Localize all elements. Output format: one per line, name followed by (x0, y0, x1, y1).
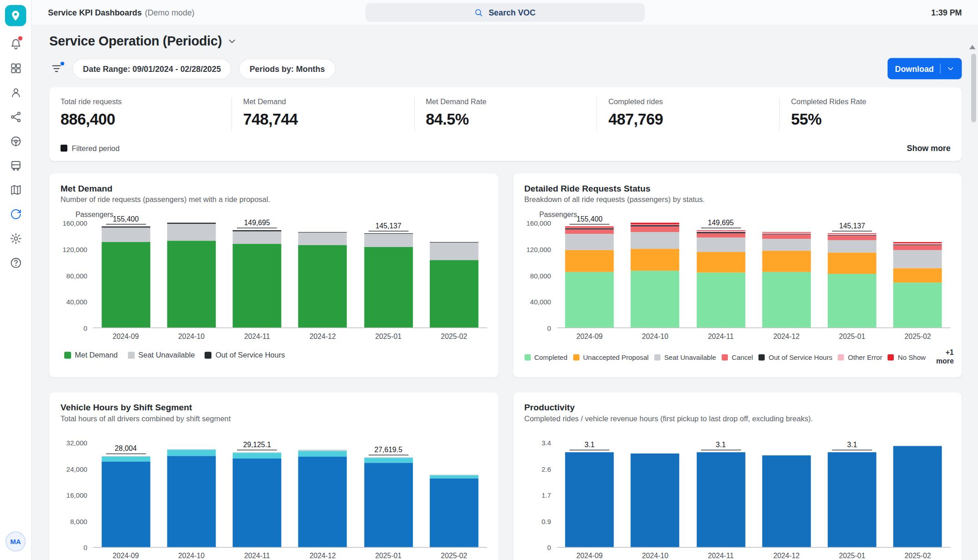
bar (565, 452, 614, 547)
main-area: Service KPI Dashboards (Demo mode) Searc… (32, 0, 978, 560)
bar-segment (298, 457, 347, 547)
bar-slot: 28,004 (93, 443, 158, 547)
dashboards-icon[interactable] (8, 61, 23, 76)
x-axis-labels: 2024-092024-102024-112024-122025-012025-… (524, 552, 950, 560)
legend-label: No Show (898, 353, 926, 361)
bar-segment (893, 283, 942, 328)
legend-more[interactable]: +1 more (931, 349, 953, 366)
page-title: Service Operation (Periodic) (49, 34, 222, 49)
bar-segment (762, 455, 811, 547)
bar-segment (101, 457, 150, 462)
chart-title: Met Demand (60, 183, 487, 193)
bar-slot (754, 223, 819, 328)
sync-icon[interactable] (8, 207, 23, 222)
chart-card-vehicle-hours: Vehicle Hours by Shift Segment Total hou… (49, 392, 498, 560)
kpi-label: Met Demand (243, 97, 403, 106)
legend-label: Out of Service Hours (769, 353, 832, 361)
bar (167, 449, 216, 547)
y-tick-label: 0 (547, 544, 551, 551)
legend-label: Unaccepted Proposal (583, 353, 649, 361)
bar-segment (762, 239, 811, 251)
y-tick-label: 0 (84, 544, 87, 551)
kpi-value: 55% (791, 111, 951, 129)
bar-segment (828, 274, 877, 327)
app-window: MA Service KPI Dashboards (Demo mode) Se… (0, 0, 978, 560)
bar-segment (565, 250, 614, 272)
plot-area: 155,400149,695145,137 (93, 223, 487, 328)
bar-segment (167, 224, 216, 240)
bar-segment (233, 231, 282, 244)
y-axis-ticks: 160,000120,00080,00040,0000 (60, 223, 93, 328)
bar-slot: 149,695 (224, 223, 290, 328)
bar-segment (167, 456, 216, 547)
search-input[interactable]: Search VOC (365, 3, 645, 22)
bar-segment (762, 272, 811, 328)
settings-icon[interactable] (8, 231, 23, 246)
x-tick-label: 2024-10 (622, 333, 688, 340)
bar-slot (421, 443, 487, 547)
bar-segment (893, 246, 942, 250)
x-tick-label: 2025-01 (819, 333, 885, 340)
bar-segment (631, 249, 680, 271)
bar-segment (565, 452, 614, 547)
user-avatar[interactable]: MA (5, 531, 25, 551)
help-icon[interactable] (8, 255, 23, 270)
bar (430, 474, 479, 547)
bar-segment (298, 451, 347, 457)
page-content: Service Operation (Periodic) Date Range:… (32, 25, 978, 560)
map-icon[interactable] (8, 182, 23, 197)
vehicles-icon[interactable] (8, 158, 23, 173)
bar-segment (167, 450, 216, 456)
show-more-button[interactable]: Show more (907, 143, 951, 153)
integrations-icon[interactable] (8, 109, 23, 124)
bar-segment (631, 271, 680, 328)
scrollbar-up-arrow[interactable] (969, 45, 976, 50)
scrollbar-thumb[interactable] (971, 54, 976, 122)
legend-label: Other Error (848, 353, 882, 361)
kpi-completed-rides: Completed rides 487,769 (596, 97, 779, 131)
y-tick-label: 120,000 (526, 246, 551, 253)
date-range-filter[interactable]: Date Range: 09/01/2024 - 02/28/2025 (73, 59, 231, 79)
notifications-icon[interactable] (8, 36, 23, 51)
bar-slot (622, 443, 688, 547)
x-tick-label: 2025-01 (356, 333, 421, 340)
bar-segment (364, 458, 413, 463)
kpi-value: 748,744 (243, 111, 403, 129)
bar-segment (364, 247, 413, 327)
bar (828, 452, 877, 547)
x-axis-labels: 2024-092024-102024-112024-122025-012025-… (524, 333, 950, 340)
plot-row: 3.42.61.70.903.13.13.1 (524, 443, 950, 548)
bar-segment (430, 243, 479, 261)
filters-icon[interactable] (49, 61, 64, 76)
bar-slot: 155,400 (93, 223, 158, 328)
bar-slot: 149,695 (688, 223, 753, 328)
bar-segment (696, 273, 745, 328)
bar (298, 450, 347, 547)
x-tick-label: 2024-10 (159, 552, 224, 560)
download-button[interactable]: Download (887, 58, 962, 80)
y-tick-label: 24,000 (66, 465, 87, 473)
legend-swatch (573, 354, 580, 361)
bar-value-label: 145,137 (368, 222, 408, 231)
bar (565, 226, 614, 327)
periods-filter[interactable]: Periods by: Months (240, 59, 335, 79)
bar-segment (233, 453, 282, 459)
bar-value-label: 28,004 (106, 444, 146, 454)
bar (893, 446, 942, 547)
x-tick-label: 2025-02 (421, 333, 487, 340)
kpi-label: Completed Rides Rate (791, 97, 951, 106)
legend-item: Seat Unavailable (654, 353, 716, 361)
chart-card-met-demand: Met Demand Number of ride requests (pass… (49, 173, 498, 377)
clock: 1:39 PM (931, 8, 962, 17)
page-title-dropdown[interactable]: Service Operation (Periodic) (49, 34, 236, 49)
riders-icon[interactable] (8, 85, 23, 100)
kpi-value: 84.5% (426, 111, 585, 129)
bar-slot (421, 223, 487, 328)
bar-segment (565, 229, 614, 234)
bar (233, 452, 282, 547)
filter-active-dot (60, 62, 64, 66)
x-tick-label: 2024-11 (224, 552, 290, 560)
drivers-icon[interactable] (8, 133, 23, 148)
legend-swatch (759, 354, 765, 361)
app-logo[interactable] (5, 5, 26, 26)
